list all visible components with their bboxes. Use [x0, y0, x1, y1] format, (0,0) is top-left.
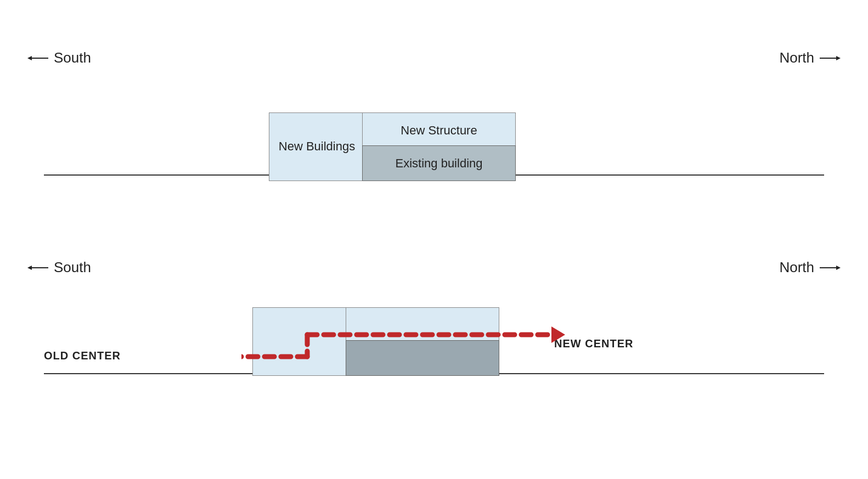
svg-marker-3 [836, 56, 841, 60]
old-center-label: OLD CENTER [44, 350, 121, 362]
existing-building-label-top: Existing building [362, 145, 516, 181]
north-text-bottom: North [779, 259, 814, 276]
south-label-top: South [27, 49, 91, 66]
svg-marker-1 [27, 56, 32, 60]
south-text-top: South [54, 49, 91, 66]
top-diagram: South North New Buildings New Structure … [0, 0, 868, 219]
south-arrow-icon [27, 54, 49, 63]
new-structure-box-bottom [346, 307, 499, 343]
south-arrow-icon-bottom [27, 263, 49, 272]
bottom-diagram: South North OLD CENTER NEW CENTER [0, 236, 868, 479]
north-label-bottom: North [779, 259, 841, 276]
diagram-container: South North New Buildings New Structure … [0, 0, 868, 479]
svg-marker-7 [836, 266, 841, 270]
north-text-top: North [779, 49, 814, 66]
south-text-bottom: South [54, 259, 91, 276]
new-structure-label-top: New Structure [362, 112, 516, 148]
north-arrow-icon-bottom [819, 263, 841, 272]
new-buildings-label-top: New Buildings [269, 112, 365, 181]
north-label-top: North [779, 49, 841, 66]
north-arrow-icon-top [819, 54, 841, 63]
existing-building-box-bottom [346, 340, 499, 376]
new-center-label: NEW CENTER [554, 337, 633, 350]
south-label-bottom: South [27, 259, 91, 276]
new-buildings-box-bottom [252, 307, 348, 376]
svg-marker-5 [27, 266, 32, 270]
